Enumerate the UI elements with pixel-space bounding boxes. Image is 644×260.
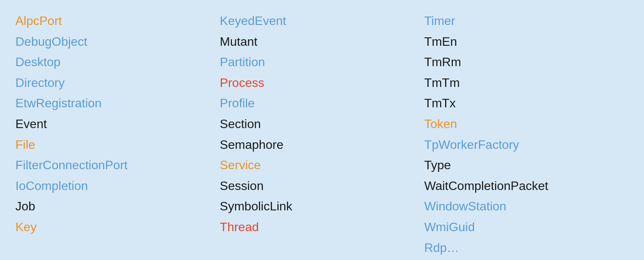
column-1: AlpcPortDebugObjectDesktopDirectoryEtwRe… bbox=[15, 12, 220, 257]
list-item: Semaphore bbox=[220, 135, 424, 155]
list-item: WaitCompletionPacket bbox=[424, 177, 629, 196]
list-item: Job bbox=[15, 197, 220, 216]
list-item: IoCompletion bbox=[15, 177, 220, 196]
list-item: TmTx bbox=[424, 94, 629, 113]
list-item: Rdp… bbox=[424, 238, 629, 258]
list-item: Session bbox=[220, 177, 424, 196]
list-item: WindowStation bbox=[424, 197, 629, 216]
list-item: FilterConnectionPort bbox=[15, 156, 220, 175]
list-item: Desktop bbox=[15, 53, 220, 72]
list-item: Directory bbox=[15, 73, 220, 93]
list-item: Event bbox=[15, 115, 220, 134]
list-item: TmTm bbox=[424, 73, 629, 93]
column-3: TimerTmEnTmRmTmTmTmTxTokenTpWorkerFactor… bbox=[424, 12, 629, 257]
column-2: KeyedEventMutantPartitionProcessProfileS… bbox=[220, 12, 424, 257]
list-item: TpWorkerFactory bbox=[424, 135, 629, 155]
list-item: Timer bbox=[424, 12, 629, 31]
list-item: Partition bbox=[220, 53, 424, 72]
list-item: DebugObject bbox=[15, 32, 220, 52]
list-item: Process bbox=[220, 73, 424, 93]
list-item: SymbolicLink bbox=[220, 197, 424, 216]
list-item: AlpcPort bbox=[15, 12, 220, 31]
list-item: Section bbox=[220, 115, 424, 134]
list-item: Service bbox=[220, 156, 424, 175]
list-item: Mutant bbox=[220, 32, 424, 52]
list-item: WmiGuid bbox=[424, 218, 629, 237]
list-item: TmEn bbox=[424, 32, 629, 52]
list-item: Thread bbox=[220, 218, 424, 237]
list-item: KeyedEvent bbox=[220, 12, 424, 31]
list-item: TmRm bbox=[424, 53, 629, 72]
list-item: EtwRegistration bbox=[15, 94, 220, 113]
list-item: File bbox=[15, 135, 220, 155]
list-item: Type bbox=[424, 156, 629, 175]
list-item: Key bbox=[15, 218, 220, 237]
list-item: Profile bbox=[220, 94, 424, 113]
list-item: Token bbox=[424, 115, 629, 134]
columns-container: AlpcPortDebugObjectDesktopDirectoryEtwRe… bbox=[15, 12, 629, 257]
